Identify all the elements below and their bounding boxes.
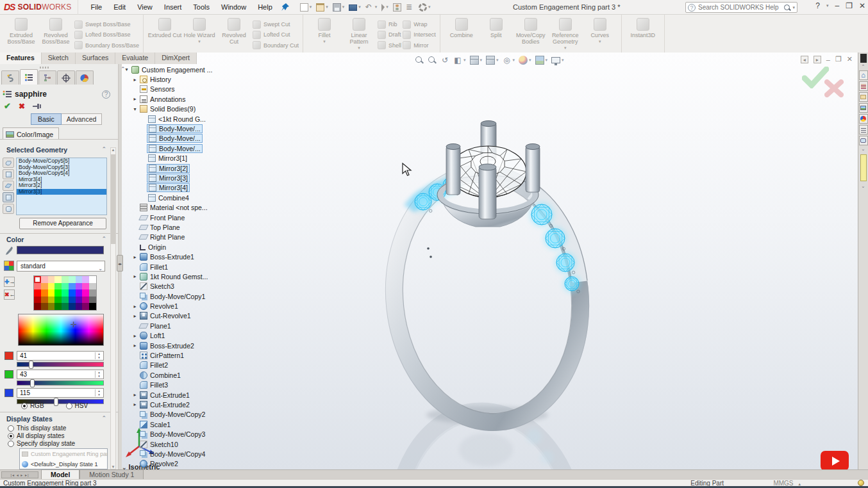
search-input[interactable]: [698, 4, 783, 11]
task-pane-appearances-button[interactable]: [859, 114, 868, 124]
doc-restore[interactable]: ❐: [835, 55, 842, 63]
rebuild-button[interactable]: [392, 3, 403, 12]
tree-item-combine1[interactable]: Combine1: [122, 370, 256, 380]
selected-geometry-list[interactable]: Body-Move/Copy5[5]Body-Move/Copy5[3]Body…: [16, 158, 107, 215]
pin-icon[interactable]: [33, 103, 42, 110]
tree-item-boss-extrude1[interactable]: ▸Boss-Extrude1: [122, 252, 256, 261]
palette-swatch[interactable]: [41, 297, 48, 304]
tree-item-top-plane[interactable]: Top Plane: [122, 222, 256, 232]
tree-item-mirror3-2[interactable]: Mirror3[2]: [122, 163, 256, 173]
expand-arrow-icon[interactable]: ▾: [131, 106, 138, 112]
restore-button[interactable]: ❐: [846, 1, 853, 10]
ribbon-button-intersect[interactable]: Intersect: [403, 29, 436, 40]
undo-button[interactable]: ↶▾: [364, 3, 379, 12]
expand-arrow-icon[interactable]: ▸: [131, 333, 138, 339]
dropdown-caret-icon[interactable]: ▾: [428, 4, 431, 10]
tree-item-solid-bodies-9[interactable]: ▾Solid Bodies(9): [122, 104, 256, 114]
spinner-icon[interactable]: ▴▾: [95, 352, 103, 359]
dropdown-caret-icon[interactable]: ▾: [342, 4, 345, 10]
palette-swatch[interactable]: [34, 276, 41, 283]
tree-item-mirror3-4[interactable]: Mirror3[4]: [122, 183, 256, 193]
pin-menu-icon[interactable]: [281, 3, 290, 12]
menu-help[interactable]: Help: [252, 1, 278, 13]
dropdown-caret-icon[interactable]: ▾: [326, 4, 328, 10]
video-play-overlay[interactable]: [821, 451, 849, 469]
tree-item-revolve1[interactable]: ▸Revolve1: [122, 301, 256, 311]
tree-item-body-move-copy3[interactable]: Body-Move/Copy3: [122, 429, 256, 439]
help-icon[interactable]: ?: [102, 90, 110, 99]
tree-item-right-plane[interactable]: Right Plane: [122, 232, 256, 242]
rgb-radio[interactable]: RGB: [21, 402, 44, 409]
tab-sketch[interactable]: Sketch: [42, 53, 76, 64]
scroll-down-icon[interactable]: ⌄: [858, 147, 868, 152]
display-states-list[interactable]: Custom Engagement Ring part 3<Default>_D…: [19, 448, 108, 469]
view-settings-button[interactable]: ▾: [550, 56, 565, 64]
palette-swatch[interactable]: [69, 276, 76, 283]
spinner-icon[interactable]: ▴▾: [95, 371, 103, 378]
palette-swatch[interactable]: [54, 303, 62, 310]
collapse-chevron-icon[interactable]: ⌃: [101, 236, 106, 242]
ribbon-button-reference-geometry[interactable]: Reference Geometry▾: [548, 17, 583, 51]
tree-item-1kt-round-gemst[interactable]: ▸1kt Round Gemst...: [122, 272, 256, 281]
palette-swatch[interactable]: [69, 297, 76, 304]
display-state-item[interactable]: Custom Engagement Ring part 3: [20, 449, 107, 459]
filter-solid-button[interactable]: [3, 169, 14, 179]
previous-view-button[interactable]: ↺: [439, 55, 451, 65]
tree-item-body-move-copy2[interactable]: Body-Move/Copy2: [122, 410, 256, 419]
palette-swatch[interactable]: [48, 297, 55, 304]
panel-grip[interactable]: [40, 67, 49, 69]
spinner-icon[interactable]: ▴▾: [95, 389, 103, 396]
ribbon-button-linear-pattern[interactable]: Linear Pattern▾: [342, 17, 376, 51]
palette-swatch[interactable]: [41, 303, 48, 310]
tab-features[interactable]: Features: [0, 53, 42, 64]
dropdown-caret-icon[interactable]: ▾: [513, 58, 515, 63]
ribbon-button-lofted-cut[interactable]: Lofted Cut: [253, 29, 299, 40]
ribbon-button-extruded-cut[interactable]: Extruded Cut: [147, 17, 182, 51]
ribbon-button-boundary-boss-base[interactable]: Boundary Boss/Base: [74, 40, 139, 51]
green-slider[interactable]: [17, 380, 104, 386]
tree-item-fillet3[interactable]: Fillet3: [122, 380, 256, 390]
expand-arrow-icon[interactable]: ▸: [131, 313, 138, 319]
app-help-button[interactable]: ?: [815, 1, 820, 10]
tree-item-1kt-round-g[interactable]: <1kt Round G...: [122, 114, 256, 124]
menu-file[interactable]: File: [85, 1, 108, 13]
display-state-item[interactable]: <Default>_Display State 1: [20, 459, 107, 469]
expand-arrow-icon[interactable]: ▸: [131, 254, 138, 260]
tree-item-mirror3-1[interactable]: Mirror3[1]: [122, 154, 256, 163]
ribbon-button-lofted-boss-base[interactable]: Lofted Boss/Base: [74, 29, 139, 40]
palette-swatch[interactable]: [89, 297, 96, 304]
color-palette[interactable]: [33, 275, 97, 311]
tree-item-body-move[interactable]: Body-Move/...: [122, 143, 256, 153]
task-pane-design-library-button[interactable]: [859, 81, 868, 91]
ok-button[interactable]: ✔: [4, 101, 11, 111]
close-button[interactable]: ✕: [859, 1, 865, 10]
new-button[interactable]: ▾: [299, 3, 313, 12]
tree-item-boss-extrude2[interactable]: ▸Boss-Extrude2: [122, 341, 256, 350]
tree-item-fillet1[interactable]: Fillet1: [122, 262, 256, 272]
blue-value-input[interactable]: 115▴▾: [17, 388, 104, 398]
dropdown-caret-icon[interactable]: ▾: [310, 4, 312, 10]
menu-view[interactable]: View: [131, 1, 158, 13]
tree-item-cirpattern1[interactable]: CirPattern1: [122, 350, 256, 360]
palette-swatch[interactable]: [48, 289, 55, 297]
palette-dropdown[interactable]: standard⌄: [17, 261, 105, 272]
eyedropper-icon[interactable]: [5, 247, 14, 256]
palette-swatch[interactable]: [69, 303, 76, 310]
tree-collapse-icon[interactable]: ⌃: [122, 66, 126, 72]
doc-tab-motion-study-1[interactable]: Motion Study 1: [79, 469, 144, 479]
filter-bodies-button[interactable]: [3, 158, 14, 168]
tree-item-material-not-spe[interactable]: Material <not spe...: [122, 202, 256, 212]
color-header[interactable]: Color: [6, 236, 24, 243]
confirm-cancel-mark[interactable]: [824, 79, 844, 97]
ring-head[interactable]: [437, 121, 540, 227]
palette-swatch[interactable]: [41, 283, 48, 290]
menu-insert[interactable]: Insert: [158, 1, 188, 13]
tree-item-scale1[interactable]: Scale1: [122, 419, 256, 429]
ribbon-button-rib[interactable]: Rib: [378, 19, 401, 29]
tree-item-loft1[interactable]: ▸Loft1: [122, 331, 256, 341]
task-pane-forum-button[interactable]: [859, 136, 868, 145]
palette-swatch[interactable]: [54, 283, 62, 290]
palette-swatch[interactable]: [82, 297, 89, 304]
ribbon-button-swept-cut[interactable]: Swept Cut: [253, 19, 299, 29]
palette-swatch[interactable]: [34, 303, 41, 310]
